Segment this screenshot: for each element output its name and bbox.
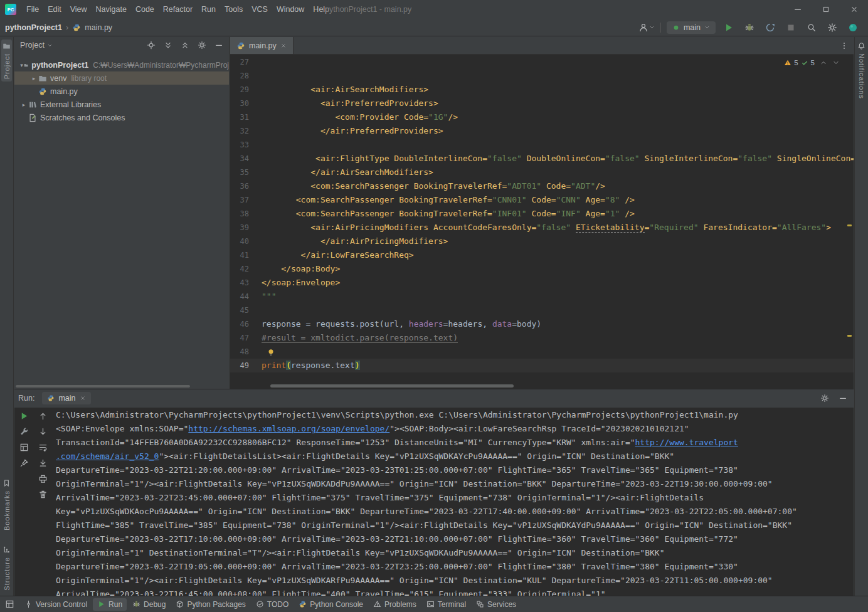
inspections-widget[interactable]: 5 5 (784, 59, 840, 66)
status-python-console[interactable]: Python Console (294, 598, 368, 611)
modify-run-configuration-button[interactable] (19, 427, 29, 436)
right-tool-stripe: Notifications (854, 37, 868, 596)
status-todo[interactable]: TODO (251, 598, 293, 611)
tree-label: Scratches and Consoles (40, 113, 125, 122)
editor-horizontal-scrollbar[interactable] (270, 384, 514, 388)
up-stack-trace-button[interactable] (38, 411, 48, 421)
prev-problem-icon[interactable] (820, 59, 827, 66)
tree-chevron-icon[interactable]: ▾ (19, 62, 24, 68)
status-problems[interactable]: Problems (369, 598, 421, 611)
breadcrumb-project[interactable]: pythonProject1 (5, 23, 62, 32)
console-link[interactable]: .com/schema/air_v52_0 (56, 451, 159, 461)
menu-edit[interactable]: Edit (43, 0, 66, 19)
status-python-packages[interactable]: Python Packages (171, 598, 250, 611)
select-opened-file-button[interactable] (147, 41, 156, 50)
editor-tab-main-py[interactable]: main.py (230, 37, 294, 54)
status-run[interactable]: Run (93, 598, 127, 611)
user-account-button[interactable] (638, 20, 655, 35)
maximize-button[interactable] (812, 0, 840, 19)
panel-options-button[interactable] (198, 41, 206, 50)
menu-code[interactable]: Code (131, 0, 159, 19)
coverage-button[interactable] (763, 20, 778, 35)
tree-item-pythonproject1[interactable]: ▾pythonProject1C:₩Users₩Administrator₩Py… (14, 58, 229, 71)
tool-stripe-notifications[interactable]: Notifications (856, 40, 867, 102)
breadcrumb: pythonProject1 › main.py (5, 23, 112, 32)
code-text: <com:SearchPassenger BookingTravelerRef=… (258, 193, 635, 207)
console-link[interactable]: http://schemas.xmlsoap.org/soap/envelope… (188, 424, 389, 433)
pin-tab-button[interactable] (19, 458, 29, 468)
window-controls (783, 0, 868, 19)
tool-windows-button[interactable] (5, 599, 14, 609)
tree-item-scratches-and-consoles[interactable]: Scratches and Consoles (14, 111, 229, 124)
menu-tools[interactable]: Tools (220, 0, 247, 19)
code-token: <com:Provider Code= (262, 112, 428, 122)
status-debug[interactable]: Debug (128, 598, 170, 611)
stripe-label: Notifications (858, 53, 865, 99)
editor-scrollbar[interactable] (846, 55, 854, 389)
tree-item-main-py[interactable]: main.py (14, 85, 229, 98)
menu-vcs[interactable]: VCS (247, 0, 272, 19)
down-stack-trace-button[interactable] (38, 427, 48, 436)
menu-navigate[interactable]: Navigate (92, 0, 131, 19)
menu-run[interactable]: Run (197, 0, 220, 19)
clear-all-button[interactable] (38, 490, 48, 499)
tree-chevron-icon[interactable]: ▸ (19, 102, 28, 108)
code-text: <air:AirSearchModifiers> (258, 83, 428, 97)
warning-stripe-mark[interactable] (847, 335, 852, 337)
run-settings-icon[interactable] (820, 394, 829, 403)
code-token: /> (620, 195, 634, 204)
run-tab-main[interactable]: main (42, 392, 90, 404)
tool-stripe-structure[interactable]: Structure (1, 543, 12, 593)
status-services[interactable]: Services (472, 598, 521, 611)
tree-chevron-icon[interactable]: ▸ (29, 75, 38, 82)
project-view-selector[interactable]: Project (20, 41, 53, 50)
scroll-to-end-button[interactable] (38, 458, 48, 468)
tool-stripe-project[interactable]: Project (1, 40, 12, 82)
tree-item-external-libraries[interactable]: ▸External Libraries (14, 98, 229, 111)
run-button[interactable] (721, 20, 736, 35)
code-token: DoubleOnlineCon= (522, 154, 605, 163)
tool-stripe-bookmarks[interactable]: Bookmarks (1, 477, 12, 533)
code-token: data (492, 319, 512, 329)
warning-stripe-mark[interactable] (847, 224, 852, 226)
code-line: 39 <air:AirPricingModifiers AccountCodeF… (230, 221, 854, 235)
search-everywhere-button[interactable] (804, 20, 819, 35)
hide-panel-button[interactable] (214, 41, 223, 50)
tab-close-icon[interactable] (80, 395, 86, 401)
soft-wrap-button[interactable] (38, 443, 48, 452)
intention-bulb-icon[interactable] (267, 348, 275, 357)
tree-item-venv[interactable]: ▸venvlibrary root (14, 71, 229, 85)
console-text: FlightTime="385" TravelTime="385" Equipm… (56, 520, 792, 530)
code-with-me-button[interactable] (845, 20, 860, 35)
editor-body[interactable]: 272829 <air:AirSearchModifiers>30 <air:P… (230, 55, 854, 389)
minimize-button[interactable] (783, 0, 812, 19)
next-problem-icon[interactable] (832, 59, 840, 66)
code-line: 37 <com:SearchPassenger BookingTravelerR… (230, 193, 854, 207)
menu-window[interactable]: Window (272, 0, 309, 19)
settings-button[interactable] (825, 20, 840, 35)
stop-button[interactable] (783, 20, 798, 35)
editor-options-icon[interactable] (840, 41, 849, 50)
close-button[interactable] (840, 0, 868, 19)
line-number: 40 (230, 235, 258, 248)
menu-view[interactable]: View (66, 0, 92, 19)
chevron-down-icon (47, 43, 53, 48)
console-link[interactable]: http://www.travelport (635, 438, 738, 447)
console-text: <SOAP:Envelope xmlns:SOAP=" (56, 424, 188, 433)
collapse-all-button[interactable] (181, 41, 189, 50)
menu-file[interactable]: File (22, 0, 43, 19)
menu-refactor[interactable]: Refactor (159, 0, 197, 19)
rerun-button[interactable] (19, 411, 29, 421)
debug-button[interactable] (742, 20, 757, 35)
status-terminal[interactable]: Terminal (422, 598, 470, 611)
expand-all-button[interactable] (164, 41, 172, 50)
print-button[interactable] (38, 474, 48, 483)
restore-layout-button[interactable] (19, 443, 29, 452)
project-scrollbar[interactable] (16, 385, 190, 388)
git-branch-widget[interactable]: main (667, 21, 716, 34)
status-version-control[interactable]: Version Control (20, 598, 92, 611)
tab-close-icon[interactable] (280, 43, 287, 49)
breadcrumb-file[interactable]: main.py (85, 23, 112, 32)
hide-panel-icon[interactable] (839, 394, 847, 403)
run-console[interactable]: C:\Users\Administrator\PycharmProjects\p… (56, 408, 854, 596)
